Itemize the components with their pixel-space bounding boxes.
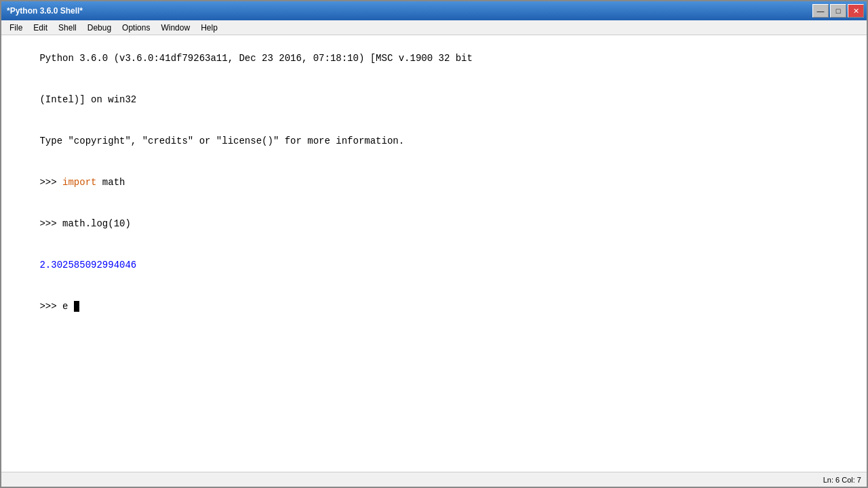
close-button[interactable]: ✕ bbox=[848, 4, 864, 18]
cmd2: math.log(10) bbox=[62, 218, 131, 229]
menu-item-shell[interactable]: Shell bbox=[53, 22, 82, 34]
import-keyword: import bbox=[62, 177, 96, 188]
main-window: *Python 3.6.0 Shell* — □ ✕ File Edit She… bbox=[0, 0, 868, 488]
title-bar: *Python 3.6.0 Shell* — □ ✕ bbox=[1, 1, 867, 20]
status-bar: Ln: 6 Col: 7 bbox=[1, 472, 867, 487]
shell-content[interactable]: Python 3.6.0 (v3.6.0:41df79263a11, Dec 2… bbox=[1, 35, 867, 472]
title-bar-buttons: — □ ✕ bbox=[812, 4, 864, 18]
cursor-position: Ln: 6 Col: 7 bbox=[823, 476, 861, 484]
cmd1-rest: math bbox=[96, 177, 125, 188]
menu-item-edit[interactable]: Edit bbox=[28, 22, 53, 34]
menu-item-options[interactable]: Options bbox=[117, 22, 155, 34]
python-version-line1: Python 3.6.0 (v3.6.0:41df79263a11, Dec 2… bbox=[39, 53, 473, 64]
menu-item-debug[interactable]: Debug bbox=[82, 22, 117, 34]
window-title: *Python 3.6.0 Shell* bbox=[4, 6, 83, 16]
shell-output: Python 3.6.0 (v3.6.0:41df79263a11, Dec 2… bbox=[5, 38, 863, 327]
menu-item-window[interactable]: Window bbox=[155, 22, 195, 34]
python-version-line2: (Intel)] on win32 bbox=[39, 94, 136, 105]
prompt-3: >>> bbox=[39, 301, 62, 312]
minimize-button[interactable]: — bbox=[812, 4, 829, 18]
menu-bar: File Edit Shell Debug Options Window Hel… bbox=[1, 20, 867, 35]
python-info-line3: Type "copyright", "credits" or "license(… bbox=[39, 136, 404, 146]
output-1: 2.302585092994046 bbox=[39, 260, 136, 270]
menu-item-file[interactable]: File bbox=[4, 22, 28, 34]
maximize-button[interactable]: □ bbox=[830, 4, 846, 18]
cmd3: e bbox=[62, 301, 74, 312]
prompt-1: >>> bbox=[39, 177, 62, 188]
menu-item-help[interactable]: Help bbox=[195, 22, 223, 34]
prompt-2: >>> bbox=[39, 218, 62, 229]
text-cursor bbox=[74, 301, 79, 312]
